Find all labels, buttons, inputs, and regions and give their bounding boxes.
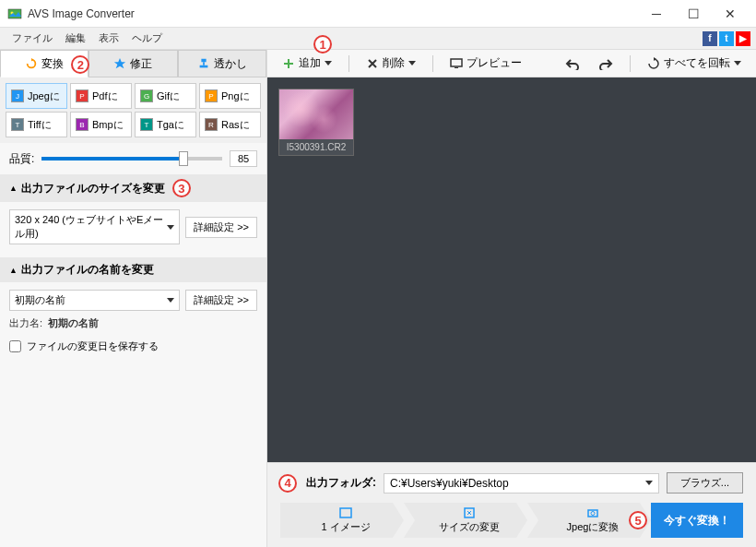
x-icon (366, 57, 379, 70)
rotate-icon (647, 57, 660, 70)
tab-watermark[interactable]: 透かし (178, 50, 266, 77)
rename-body: 初期の名前 詳細設定 >> 出力名: 初期の名前 ファイルの変更日を保存する (0, 282, 266, 364)
format-png[interactable]: PPngに (199, 83, 261, 109)
bottom-panel: 4 出力フォルダ: C:¥Users¥yuki¥Desktop ブラウズ... … (267, 462, 756, 547)
output-folder-combo[interactable]: C:¥Users¥yuki¥Desktop (384, 473, 659, 493)
quality-value[interactable]: 85 (230, 150, 257, 167)
camera-icon (586, 506, 599, 519)
quality-row: 品質: 85 (0, 143, 266, 174)
output-folder-label: 出力フォルダ: (306, 475, 376, 491)
annotation-2: 2 (71, 55, 89, 74)
keep-date-checkbox[interactable] (9, 340, 21, 352)
rename-preset-combo[interactable]: 初期の名前 (9, 290, 180, 311)
add-button[interactable]: 追加 (277, 53, 337, 74)
tab-watermark-label: 透かし (214, 56, 247, 72)
facebook-icon[interactable]: f (703, 31, 717, 46)
refresh-icon (25, 57, 38, 70)
svg-rect-4 (203, 62, 205, 65)
annotation-5: 5 (629, 511, 647, 529)
resize-preset-combo[interactable]: 320 x 240 (ウェブサイトやEメール用) (9, 209, 180, 244)
convert-now-button[interactable]: 今すぐ変換！ (651, 503, 743, 538)
resize-body: 320 x 240 (ウェブサイトやEメール用) 詳細設定 >> (0, 202, 266, 257)
svg-rect-6 (455, 67, 458, 68)
image-icon (339, 506, 352, 519)
social-links: f t ▶ (703, 31, 750, 46)
quality-label: 品質: (9, 151, 34, 167)
resize-icon (463, 506, 476, 519)
format-tiff[interactable]: TTiffに (6, 112, 67, 137)
annotation-3: 3 (172, 179, 191, 197)
sidebar-tabs: 変換 2 修正 透かし (0, 50, 266, 77)
sidebar: 変換 2 修正 透かし JJpegに PPdfに GGifに PPngに TTi… (0, 50, 267, 547)
svg-rect-3 (199, 65, 207, 68)
format-grid: JJpegに PPdfに GGifに PPngに TTiffに BBmpに TT… (0, 77, 266, 143)
step-resize[interactable]: サイズの変更 (404, 503, 527, 538)
titlebar: AVS Image Converter ─ ☐ ✕ (0, 0, 756, 28)
format-gif[interactable]: GGifに (135, 83, 196, 109)
chevron-down-icon (167, 225, 174, 230)
stamp-icon (197, 57, 210, 70)
rename-advanced-button[interactable]: 詳細設定 >> (185, 290, 257, 311)
tab-convert[interactable]: 変換 2 (0, 50, 89, 77)
thumbnail-image (279, 89, 353, 139)
menu-help[interactable]: ヘルプ (125, 30, 169, 47)
undo-button[interactable] (560, 54, 585, 73)
tab-convert-label: 変換 (41, 56, 64, 72)
undo-icon (565, 57, 580, 70)
chevron-down-icon (734, 61, 741, 65)
menu-file[interactable]: ファイル (6, 30, 59, 47)
main-area: 1 追加 削除 プレビュー (267, 50, 756, 547)
format-ras[interactable]: RRasに (199, 112, 261, 137)
svg-rect-5 (451, 59, 462, 66)
tab-correct[interactable]: 修正 (89, 50, 177, 77)
remove-button[interactable]: 削除 (360, 53, 421, 74)
svg-rect-2 (201, 59, 206, 63)
svg-rect-7 (340, 508, 351, 517)
twitter-icon[interactable]: t (719, 31, 734, 46)
image-thumbnail[interactable]: I5300391.CR2 (278, 89, 354, 156)
close-button[interactable]: ✕ (712, 1, 749, 27)
window-controls: ─ ☐ ✕ (638, 1, 749, 27)
toolbar: 1 追加 削除 プレビュー (267, 50, 756, 77)
chevron-down-icon (325, 61, 332, 65)
menu-edit[interactable]: 編集 (59, 30, 92, 47)
monitor-icon (450, 57, 463, 70)
plus-icon (282, 57, 295, 70)
redo-icon (598, 57, 613, 70)
chevron-down-icon (408, 61, 416, 65)
youtube-icon[interactable]: ▶ (736, 31, 750, 46)
step-format[interactable]: Jpegに変換 5 (527, 503, 651, 538)
thumbnail-filename: I5300391.CR2 (279, 139, 353, 155)
menubar: ファイル 編集 表示 ヘルプ f t ▶ (0, 28, 756, 50)
resize-header[interactable]: ▲ 出力ファイルのサイズを変更 3 (0, 174, 266, 202)
resize-advanced-button[interactable]: 詳細設定 >> (185, 217, 257, 238)
svg-point-10 (591, 512, 595, 516)
steps-bar: 1 イメージ サイズの変更 Jpegに変換 5 今すぐ変換！ (280, 503, 743, 538)
maximize-button[interactable]: ☐ (675, 1, 712, 27)
keep-date-label: ファイルの変更日を保存する (27, 339, 159, 353)
format-tga[interactable]: TTgaに (135, 112, 196, 137)
app-icon (7, 6, 22, 21)
output-name-label: 出力名: (9, 316, 42, 330)
rename-header[interactable]: ▲ 出力ファイルの名前を変更 (0, 257, 266, 282)
preview-button[interactable]: プレビュー (444, 53, 527, 74)
format-pdf[interactable]: PPdfに (70, 83, 132, 109)
output-name-value: 初期の名前 (48, 316, 99, 330)
quality-slider[interactable] (41, 157, 222, 161)
minimize-button[interactable]: ─ (638, 1, 675, 27)
image-canvas[interactable]: I5300391.CR2 (267, 77, 756, 462)
window-title: AVS Image Converter (28, 7, 638, 20)
step-images[interactable]: 1 イメージ (280, 503, 404, 538)
format-jpeg[interactable]: JJpegに (6, 83, 67, 109)
browse-button[interactable]: ブラウズ... (667, 472, 743, 493)
format-bmp[interactable]: BBmpに (70, 112, 132, 137)
chevron-down-icon (645, 481, 653, 485)
chevron-down-icon (167, 298, 174, 303)
menu-view[interactable]: 表示 (92, 30, 125, 47)
rotate-all-button[interactable]: すべてを回転 (642, 53, 747, 74)
tab-correct-label: 修正 (130, 56, 152, 72)
redo-button[interactable] (593, 54, 619, 73)
annotation-4: 4 (278, 474, 297, 493)
star-icon (113, 57, 126, 70)
